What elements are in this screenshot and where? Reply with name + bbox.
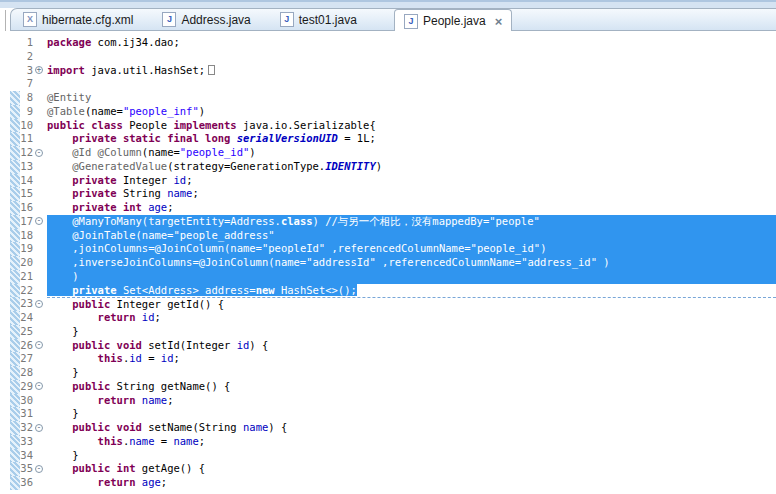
code-text[interactable]: public void setName(String name) {	[47, 421, 776, 435]
tab-address-java[interactable]: JAddress.java	[162, 9, 250, 31]
code-line[interactable]: 13 @GeneratedValue(strategy=GenerationTy…	[0, 160, 776, 174]
code-text[interactable]: @Table(name="people_inf")	[47, 105, 776, 119]
token-pl	[47, 339, 72, 351]
code-line[interactable]: 24 return id;	[0, 311, 776, 325]
code-line[interactable]: 29- public String getName() {	[0, 380, 776, 394]
token-str: "people_inf"	[123, 105, 199, 117]
tab-hibernate-cfg-xml[interactable]: Xhibernate.cfg.xml	[23, 9, 133, 31]
code-text[interactable]: private String name;	[47, 187, 776, 201]
token-kw: this	[98, 435, 123, 447]
code-text[interactable]: private Set<Address> address=new HashSet…	[47, 284, 776, 298]
code-line[interactable]: 21 )	[0, 270, 776, 284]
code-text[interactable]: @ManyToMany(targetEntity=Address.class) …	[47, 215, 776, 229]
gutter-spacer	[0, 380, 10, 394]
code-text[interactable]: private int age;	[47, 201, 776, 215]
code-line[interactable]: 31 }	[0, 407, 776, 421]
token-pl: com.ij34.dao;	[91, 36, 180, 48]
code-text[interactable]: public class People implements java.io.S…	[47, 119, 776, 133]
code-text[interactable]: public String getName() {	[47, 380, 776, 394]
tab-close-icon[interactable]: ×	[495, 15, 503, 28]
code-text[interactable]: public Integer getId() {	[47, 297, 776, 312]
code-line[interactable]: 12- @Id @Column(name="people_id")	[0, 146, 776, 160]
code-text[interactable]: }	[47, 449, 776, 463]
fold-collapse-icon[interactable]: -	[35, 424, 43, 432]
code-text[interactable]: @Id @Column(name="people_id")	[47, 146, 776, 160]
code-line[interactable]: 10public class People implements java.io…	[0, 119, 776, 133]
fold-collapse-icon[interactable]: -	[35, 465, 43, 473]
gutter-spacer	[0, 201, 10, 215]
code-text[interactable]: }	[47, 407, 776, 421]
code-line[interactable]: 17- @ManyToMany(targetEntity=Address.cla…	[0, 215, 776, 229]
code-text[interactable]: private Integer id;	[47, 174, 776, 188]
code-text[interactable]: ,inverseJoinColumns=@JoinColumn(name="ad…	[47, 256, 776, 270]
code-text[interactable]: }	[47, 325, 776, 339]
code-text[interactable]: }	[47, 366, 776, 380]
code-text[interactable]: )	[47, 270, 776, 284]
code-line[interactable]: 36 return age;	[0, 476, 776, 490]
tab-people-java[interactable]: JPeople.java×	[394, 9, 512, 32]
folded-code-icon[interactable]	[208, 65, 215, 75]
code-text[interactable]: this.name = name;	[47, 435, 776, 449]
code-text[interactable]: return age;	[47, 476, 776, 490]
code-line[interactable]: 23- public Integer getId() {	[0, 297, 776, 311]
code-text[interactable]: public int getAge() {	[47, 462, 776, 476]
xml-file-icon: X	[23, 12, 37, 27]
code-text[interactable]: import java.util.HashSet;	[47, 64, 776, 78]
fold-collapse-icon[interactable]: -	[35, 382, 43, 390]
gutter-spacer	[0, 242, 10, 256]
code-line[interactable]: 18 @JoinTable(name="people_address"	[0, 229, 776, 243]
code-editor[interactable]: 1package com.ij34.dao;23+import java.uti…	[0, 31, 776, 494]
code-line[interactable]: 1package com.ij34.dao;	[0, 36, 776, 50]
code-line[interactable]: 2	[0, 50, 776, 64]
code-text[interactable]: this.id = id;	[47, 352, 776, 366]
code-text[interactable]	[47, 50, 776, 64]
fold-collapse-icon[interactable]: -	[35, 300, 43, 308]
code-line[interactable]: 16 private int age;	[0, 201, 776, 215]
code-text[interactable]: return id;	[47, 311, 776, 325]
code-line[interactable]: 15 private String name;	[0, 187, 776, 201]
fold-expand-icon[interactable]: +	[35, 66, 43, 74]
fold-collapse-icon[interactable]: -	[35, 341, 43, 349]
code-line[interactable]: 26- public void setId(Integer id) {	[0, 339, 776, 353]
code-text[interactable]: return name;	[47, 394, 776, 408]
code-text-content: private int age;	[47, 201, 173, 213]
code-line[interactable]: 27 this.id = id;	[0, 352, 776, 366]
fold-collapse-icon[interactable]: -	[35, 149, 43, 157]
code-text-content: package com.ij34.dao;	[47, 36, 180, 48]
fold-gutter	[33, 476, 47, 490]
code-text[interactable]: public void setId(Integer id) {	[47, 339, 776, 353]
code-text[interactable]: private static final long serialVersionU…	[47, 132, 776, 146]
tab-test01-java[interactable]: Jtest01.java	[280, 9, 357, 31]
code-text[interactable]: package com.ij34.dao;	[47, 36, 776, 50]
code-line[interactable]: 9@Table(name="people_inf")	[0, 105, 776, 119]
code-line[interactable]: 3+import java.util.HashSet;	[0, 64, 776, 78]
token-pl	[47, 421, 72, 433]
code-text[interactable]: @JoinTable(name="people_address"	[47, 229, 776, 243]
token-kw: import	[47, 64, 85, 76]
code-line[interactable]: 19 ,joinColumns=@JoinColumn(name="people…	[0, 242, 776, 256]
token-pl: ) {	[268, 421, 287, 433]
code-line[interactable]: 7	[0, 77, 776, 91]
code-text[interactable]: @Entity	[47, 91, 776, 105]
token-kw: package	[47, 36, 91, 48]
token-pl: }	[47, 366, 79, 378]
code-line[interactable]: 28 }	[0, 366, 776, 380]
code-line[interactable]: 20 ,inverseJoinColumns=@JoinColumn(name=…	[0, 256, 776, 270]
code-text[interactable]: ,joinColumns=@JoinColumn(name="peopleId"…	[47, 242, 776, 256]
code-line[interactable]: 25 }	[0, 325, 776, 339]
token-pl	[47, 229, 72, 241]
code-line[interactable]: 34 }	[0, 449, 776, 463]
code-line[interactable]: 32- public void setName(String name) {	[0, 421, 776, 435]
code-line[interactable]: 11 private static final long serialVersi…	[0, 132, 776, 146]
code-line[interactable]: 30 return name;	[0, 394, 776, 408]
code-line[interactable]: 8@Entity	[0, 91, 776, 105]
fold-collapse-icon[interactable]: -	[35, 217, 43, 225]
gutter-spacer	[0, 297, 10, 312]
code-line[interactable]: 35- public int getAge() {	[0, 462, 776, 476]
code-line[interactable]: 33 this.name = name;	[0, 435, 776, 449]
code-text[interactable]: @GeneratedValue(strategy=GenerationType.…	[47, 160, 776, 174]
gutter-spacer	[0, 449, 10, 463]
code-line[interactable]: 14 private Integer id;	[0, 174, 776, 188]
code-line[interactable]: 22 private Set<Address> address=new Hash…	[0, 284, 776, 298]
code-text[interactable]	[47, 77, 776, 91]
